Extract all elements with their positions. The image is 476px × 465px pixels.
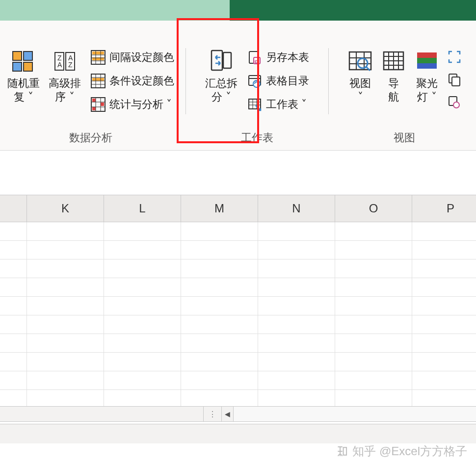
cell[interactable] [412,334,476,353]
cell[interactable] [104,297,181,315]
cell[interactable] [27,297,104,315]
cell[interactable] [335,334,412,353]
cell[interactable] [27,278,104,297]
cell[interactable] [412,371,476,390]
cell[interactable] [27,259,104,278]
horizontal-scrollbar[interactable] [234,407,476,421]
cell[interactable] [27,315,104,334]
cell[interactable] [258,241,335,259]
cell[interactable] [412,278,476,297]
cell[interactable] [104,371,181,390]
ribbon-separator [328,48,329,114]
save-as-button[interactable]: 另存本表 [244,46,311,69]
row-gutter [0,278,27,297]
cell[interactable] [104,334,181,353]
ribbon: 随机重 复 ˅ Z A A Z 高级排 序 ˅ [0,21,476,151]
column-header[interactable]: P [412,195,476,222]
cell[interactable] [412,315,476,334]
cell[interactable] [27,241,104,259]
cell[interactable] [27,334,104,353]
cell[interactable] [258,371,335,390]
column-header[interactable]: L [104,195,181,222]
cell[interactable] [27,222,104,241]
cell[interactable] [412,222,476,241]
advanced-sort-button[interactable]: Z A A Z 高级排 序 ˅ [47,45,83,105]
cell[interactable] [335,278,412,297]
stats-analysis-button[interactable]: 统计与分析 ˅ [88,93,176,116]
group-label-view: 视图 [394,128,415,150]
cell[interactable] [258,353,335,371]
scroll-left-button[interactable]: ◀ [222,407,234,421]
svg-rect-64 [452,77,460,86]
nav-button[interactable]: 导 航 [379,45,408,105]
cell[interactable] [104,222,181,241]
cell[interactable] [258,222,335,241]
cell[interactable] [104,241,181,259]
spotlight-button[interactable]: 聚光 灯 ˅ [413,45,441,105]
cell[interactable] [27,371,104,390]
cell[interactable] [412,241,476,259]
cell[interactable] [412,259,476,278]
cell[interactable] [335,371,412,390]
cell[interactable] [258,297,335,315]
cell[interactable] [104,259,181,278]
cell[interactable] [181,222,258,241]
cell[interactable] [258,278,335,297]
cell[interactable] [335,297,412,315]
column-header[interactable]: O [335,195,412,222]
group-label-data-analysis: 数据分析 [69,128,112,150]
table-toc-button[interactable]: 表格目录 [244,70,311,92]
interval-color-button[interactable]: 间隔设定颜色 [88,46,176,69]
column-header[interactable] [0,195,27,222]
cell[interactable] [335,315,412,334]
cell[interactable] [104,278,181,297]
view-button[interactable]: 视图 ˅ [346,45,374,105]
grid-row [0,241,476,259]
cell[interactable] [181,315,258,334]
summary-split-button[interactable]: 汇总拆 分 ˅ [203,45,239,105]
cell[interactable] [181,278,258,297]
cell[interactable] [181,371,258,390]
cell[interactable] [335,222,412,241]
cell[interactable] [335,241,412,259]
column-header[interactable]: M [181,195,258,222]
cell[interactable] [258,315,335,334]
cell[interactable] [181,259,258,278]
svg-rect-1 [24,52,32,60]
cell[interactable] [181,297,258,315]
copy-sheet-button[interactable] [446,69,463,90]
cell[interactable] [104,315,181,334]
cell[interactable] [181,334,258,353]
row-gutter [0,315,27,334]
svg-rect-0 [13,52,22,60]
table-toc-icon [246,73,263,89]
nav-label: 导 航 [388,77,399,103]
sheet-settings-button[interactable] [446,91,463,113]
cell[interactable] [412,297,476,315]
column-header[interactable]: N [258,195,335,222]
grid-row [0,278,476,297]
view-icon [348,47,372,76]
svg-rect-60 [417,52,437,58]
cell[interactable] [258,334,335,353]
svg-point-66 [453,102,459,108]
spotlight-icon [415,47,439,76]
condition-color-button[interactable]: 条件设定颜色 [88,70,176,92]
random-repeat-button[interactable]: 随机重 复 ˅ [5,45,42,105]
cell[interactable] [335,259,412,278]
cell[interactable] [181,353,258,371]
cell[interactable] [27,353,104,371]
column-header[interactable]: K [27,195,104,222]
ribbon-separator [185,48,186,114]
grid-row [0,353,476,371]
nav-icon [381,47,406,76]
cell[interactable] [412,353,476,371]
tab-split-handle[interactable]: ⋮ [203,407,222,421]
cell[interactable] [104,353,181,371]
cell[interactable] [181,241,258,259]
spreadsheet-grid[interactable] [0,222,476,409]
worksheet-button[interactable]: 工作表 ˅ [244,93,311,116]
cell[interactable] [335,353,412,371]
fullscreen-button[interactable] [446,46,463,68]
cell[interactable] [258,259,335,278]
